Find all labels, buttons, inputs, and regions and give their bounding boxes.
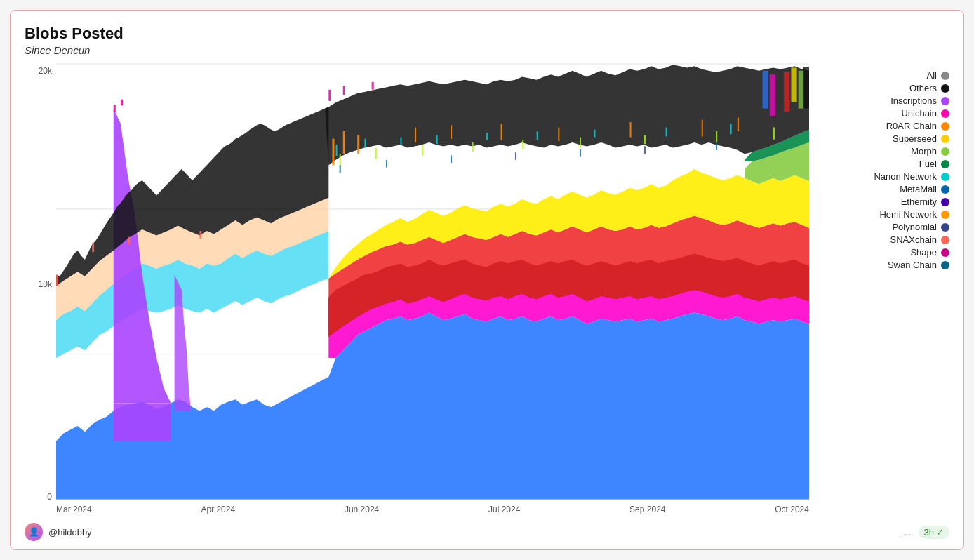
legend-item[interactable]: Hemi Network: [823, 209, 949, 220]
legend-dot: [941, 109, 949, 118]
svg-rect-19: [537, 131, 538, 140]
legend-item[interactable]: Morph: [823, 146, 949, 156]
svg-rect-21: [666, 128, 667, 137]
legend-label: Shape: [910, 247, 937, 258]
svg-rect-51: [121, 100, 123, 106]
legend-label: Ethernity: [901, 196, 937, 207]
svg-rect-28: [580, 138, 581, 148]
legend-label: All: [927, 70, 937, 81]
legend-dot: [941, 198, 949, 206]
svg-rect-37: [799, 71, 804, 109]
legend-dot: [941, 211, 949, 219]
legend-dot: [941, 173, 949, 181]
svg-rect-40: [92, 244, 94, 253]
svg-rect-43: [340, 166, 341, 173]
legend-item[interactable]: Shape: [823, 247, 949, 258]
x-label-oct2024: Oct 2024: [775, 505, 809, 519]
legend-label: Nanon Network: [874, 171, 937, 182]
svg-rect-11: [630, 122, 632, 138]
svg-rect-45: [451, 156, 452, 164]
legend-item[interactable]: Superseed: [823, 133, 949, 144]
svg-rect-35: [784, 72, 789, 112]
legend-label: Fuel: [919, 159, 937, 169]
svg-rect-15: [364, 139, 366, 148]
svg-rect-26: [472, 142, 474, 152]
svg-rect-30: [716, 131, 717, 142]
legend-label: Unichain: [901, 108, 937, 119]
chart-area: 20k 10k 0: [25, 63, 949, 519]
svg-rect-47: [580, 149, 581, 157]
legend-item[interactable]: Inscriptions: [823, 95, 949, 106]
svg-rect-10: [558, 128, 559, 141]
svg-rect-31: [773, 128, 775, 140]
legend-item[interactable]: MetaMail: [823, 184, 949, 194]
svg-rect-12: [702, 120, 703, 137]
legend-dot: [941, 84, 949, 93]
svg-rect-54: [372, 82, 374, 90]
legend-item[interactable]: Ethernity: [823, 196, 949, 207]
svg-rect-22: [730, 124, 732, 135]
svg-rect-25: [422, 145, 423, 156]
legend-item[interactable]: Unichain: [823, 108, 949, 119]
x-label-sep2024: Sep 2024: [629, 505, 665, 519]
legend-item[interactable]: All: [823, 70, 949, 81]
legend-dot: [941, 261, 949, 269]
legend-dot: [941, 72, 949, 80]
legend-item[interactable]: Nanon Network: [823, 171, 949, 182]
svg-rect-44: [386, 160, 387, 168]
svg-rect-38: [803, 67, 809, 109]
chart-footer: 👤 @hildobby ... 3h ✓: [25, 519, 949, 542]
svg-rect-53: [343, 86, 345, 95]
chart-and-x: Mar 2024 Apr 2024 Jun 2024 Jul 2024 Sep …: [56, 63, 809, 519]
time-value: 3h: [924, 527, 934, 538]
svg-rect-5: [343, 131, 345, 154]
svg-rect-32: [763, 71, 768, 109]
legend-label: Others: [909, 83, 937, 93]
svg-rect-46: [515, 152, 516, 160]
y-axis: 20k 10k 0: [25, 63, 56, 519]
svg-rect-52: [328, 90, 331, 101]
footer-dots[interactable]: ...: [901, 527, 913, 538]
footer-right: ... 3h ✓: [901, 526, 949, 539]
legend-dot: [941, 185, 949, 194]
chart-title: Blobs Posted: [25, 25, 949, 43]
footer-left: 👤 @hildobby: [25, 523, 92, 541]
y-label-10k: 10k: [39, 279, 52, 289]
legend-item[interactable]: Swan Chain: [823, 260, 949, 270]
chart-card: Blobs Posted Since Dencun 20k 10k 0: [10, 10, 964, 550]
svg-rect-36: [791, 68, 796, 102]
check-icon: ✓: [936, 527, 944, 538]
svg-rect-13: [738, 118, 739, 131]
legend-dot: [941, 236, 949, 244]
legend-label: Morph: [911, 146, 937, 156]
x-label-jun2024: Jun 2024: [345, 505, 379, 519]
legend-label: MetaMail: [900, 184, 937, 194]
svg-rect-8: [451, 126, 452, 139]
username: @hildobby: [48, 527, 92, 538]
avatar: 👤: [25, 523, 43, 541]
svg-rect-9: [501, 124, 502, 141]
legend-dot: [941, 160, 949, 168]
x-axis: Mar 2024 Apr 2024 Jun 2024 Jul 2024 Sep …: [56, 502, 809, 519]
legend-label: Hemi Network: [879, 209, 937, 220]
x-label-mar2024: Mar 2024: [56, 505, 92, 519]
legend-item[interactable]: Others: [823, 83, 949, 93]
svg-rect-6: [357, 135, 359, 154]
legend-item[interactable]: Fuel: [823, 159, 949, 169]
svg-rect-14: [336, 145, 338, 156]
time-badge: 3h ✓: [919, 526, 949, 539]
legend-dot: [941, 97, 949, 105]
chart-legend: All Others Inscriptions Unichain R0AR Ch…: [809, 63, 949, 519]
x-label-apr2024: Apr 2024: [201, 505, 235, 519]
legend-item[interactable]: Polynomial: [823, 222, 949, 232]
legend-label: R0AR Chain: [886, 121, 937, 131]
legend-label: Superseed: [893, 133, 937, 144]
svg-rect-17: [436, 135, 438, 145]
legend-dot: [941, 223, 949, 232]
svg-rect-24: [375, 148, 377, 159]
svg-rect-16: [401, 138, 402, 145]
svg-rect-20: [594, 130, 595, 138]
legend-item[interactable]: SNAXchain: [823, 234, 949, 245]
legend-item[interactable]: R0AR Chain: [823, 121, 949, 131]
y-label-20k: 20k: [39, 66, 52, 76]
